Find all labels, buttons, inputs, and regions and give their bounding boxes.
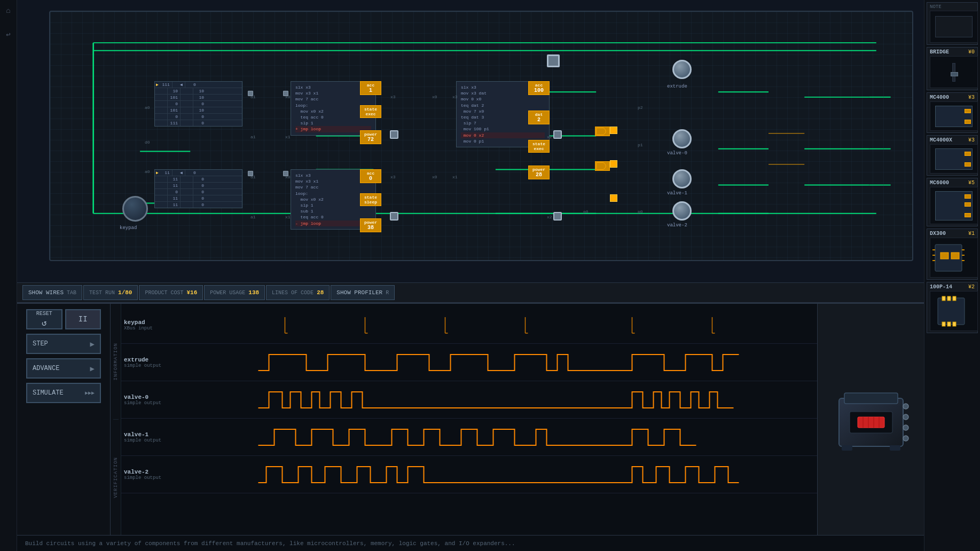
state-block-right: state exec xyxy=(528,140,550,153)
port-label-x1-right: x1 xyxy=(452,175,458,179)
100p14-component[interactable]: 100P-14 ¥2 xyxy=(927,282,978,333)
test-run-button[interactable]: TEST RUN 1/80 xyxy=(83,285,138,300)
node-yellow-1 xyxy=(610,127,617,134)
svg-rect-70 xyxy=(953,322,956,326)
waveform-row-valve2: valve-2 simple output xyxy=(121,456,817,493)
svg-rect-42 xyxy=(844,393,898,404)
waveform-label-valve0: valve-0 simple output xyxy=(124,394,183,406)
valve2-label: valve-2 xyxy=(667,223,687,228)
svg-rect-64 xyxy=(938,298,965,325)
port-label-x0-right-bot: x0 xyxy=(432,175,437,179)
valve1-label: valve-1 xyxy=(667,191,687,196)
port-label-a0-bot: a0 xyxy=(145,169,150,174)
state-block-bot-left: state sleep xyxy=(360,193,381,206)
left-panel: ⌂ ↩ xyxy=(0,0,17,551)
logic-gate-2 xyxy=(595,161,610,171)
keypad-label: keypad xyxy=(120,225,137,231)
valve-1-circle[interactable] xyxy=(672,169,692,188)
power-block-top-left: power 72 xyxy=(360,130,381,144)
port-label-p0-right: p0 xyxy=(638,209,643,214)
waveform-canvas-valve0 xyxy=(183,387,814,413)
show-profiler-button[interactable]: SHOW PROFILER R xyxy=(331,285,395,300)
node-yellow-3 xyxy=(610,194,617,202)
port-label-x1-top: x1 xyxy=(285,135,291,139)
keypad-circle[interactable] xyxy=(122,196,148,222)
waveform-canvas-valve1 xyxy=(183,424,814,451)
component-item-top[interactable]: NOTE xyxy=(927,2,978,45)
right-panel: NOTE BRIDGE ¥0 MC4000 ¥3 xyxy=(924,0,980,551)
port-label-a0-top: a0 xyxy=(145,105,150,110)
valve0-label: valve-0 xyxy=(667,151,687,156)
port-label-a1-top: a1 xyxy=(250,135,256,139)
connector-right-bot xyxy=(553,212,562,221)
port-label-d1-bot: d1 xyxy=(250,175,256,179)
connector-right-mid xyxy=(553,130,562,139)
svg-rect-67 xyxy=(953,296,956,301)
port-label-p0: p0 xyxy=(583,209,589,214)
reset-button[interactable]: RESET ↺ xyxy=(26,309,62,329)
valve-2-circle[interactable] xyxy=(672,201,692,221)
register-array-bot-left: ▶ 11 ◀ 0 11 0 11 0 xyxy=(154,169,242,208)
svg-rect-50 xyxy=(890,445,900,451)
show-wires-button[interactable]: SHOW WIRES TAB xyxy=(22,285,82,300)
extrude-label: extrude xyxy=(667,84,687,89)
power-usage-display: POWER USAGE 138 xyxy=(204,285,265,300)
waveform-row-extrude: extrude simple output xyxy=(121,344,817,381)
register-array-top-left: ▶ 111 ◀ 0 10 10 101 xyxy=(154,81,242,127)
simulate-button[interactable]: SIMULATE ▶▶▶ xyxy=(26,383,101,403)
port-label-d0: d0 xyxy=(145,140,150,145)
svg-rect-66 xyxy=(947,296,951,301)
power-block-right: power 28 xyxy=(528,166,550,179)
bottom-panel: RESET ↺ II STEP ▶ ADVANCE ▶ SIMULATE xyxy=(17,303,924,535)
mc4000x-component[interactable]: MC4000X ¥3 xyxy=(927,135,978,176)
node-yellow-2 xyxy=(610,160,617,168)
port-label-d1-top: d1 xyxy=(250,95,256,99)
waveform-label-extrude: extrude simple output xyxy=(124,357,183,368)
waveform-canvas-keypad xyxy=(183,312,814,339)
port-label-x3-right: x3 xyxy=(452,95,458,99)
waveform-label-valve1: valve-1 simple output xyxy=(124,431,183,443)
mc4000-component[interactable]: MC4000 ¥3 xyxy=(927,92,978,133)
waveform-label-valve2: valve-2 simple output xyxy=(124,469,183,481)
svg-rect-63 xyxy=(951,253,959,259)
home-icon[interactable]: ⌂ xyxy=(2,4,15,17)
circuit-area: ▶ 111 ◀ 0 10 10 101 xyxy=(17,0,924,282)
connector-top-mid xyxy=(390,130,398,139)
mc6000-component[interactable]: MC6000 ¥5 xyxy=(927,178,978,226)
extrude-circle[interactable] xyxy=(672,60,692,79)
pause-button[interactable]: II xyxy=(65,309,101,329)
svg-rect-62 xyxy=(940,253,948,259)
dx300-component[interactable]: DX300 ¥1 xyxy=(927,229,978,280)
toolbar: SHOW WIRES TAB TEST RUN 1/80 PRODUCT COS… xyxy=(17,282,924,303)
state-block-top-left: state exec xyxy=(360,105,381,118)
svg-point-51 xyxy=(903,404,908,409)
svg-point-54 xyxy=(903,436,908,441)
acc-block-bot-left: acc 0 xyxy=(360,169,381,183)
advance-button[interactable]: ADVANCE ▶ xyxy=(26,358,101,379)
logic-gate-1 xyxy=(595,127,610,136)
waveform-row-valve0: valve-0 simple output xyxy=(121,381,817,419)
bridge-component[interactable]: BRIDGE ¥0 xyxy=(927,47,978,90)
center-area: ▶ 111 ◀ 0 10 10 101 xyxy=(17,0,924,551)
port-label-a1-bot: a1 xyxy=(250,215,256,219)
port-label-x0-bot: x0 xyxy=(285,175,291,179)
connector-top-right xyxy=(547,54,560,67)
svg-rect-49 xyxy=(842,445,852,451)
svg-point-53 xyxy=(903,425,908,430)
bottom-controls: RESET ↺ II STEP ▶ ADVANCE ▶ SIMULATE xyxy=(17,304,111,535)
step-button[interactable]: STEP ▶ xyxy=(26,334,101,354)
reset-pause-row: RESET ↺ II xyxy=(26,309,101,329)
waveform-canvas-extrude xyxy=(183,349,814,376)
undo-icon[interactable]: ↩ xyxy=(2,28,15,41)
circuit-board[interactable]: ▶ 111 ◀ 0 10 10 101 xyxy=(49,11,913,261)
waveform-row-keypad: keypad XBus input xyxy=(121,306,817,344)
acc-block-top-left: acc 1 xyxy=(360,81,381,95)
acc-block-right: acc 100 xyxy=(528,81,550,95)
power-block-bot-left: power 38 xyxy=(360,218,381,232)
port-label-x0-right-top: x0 xyxy=(432,95,437,99)
valve-0-circle[interactable] xyxy=(672,129,692,148)
svg-rect-69 xyxy=(947,322,951,326)
bottom-text-bar: Build circuits using a variety of compon… xyxy=(17,535,924,551)
waveform-canvas-valve2 xyxy=(183,461,814,488)
port-label-x0-top: x0 xyxy=(285,95,291,99)
